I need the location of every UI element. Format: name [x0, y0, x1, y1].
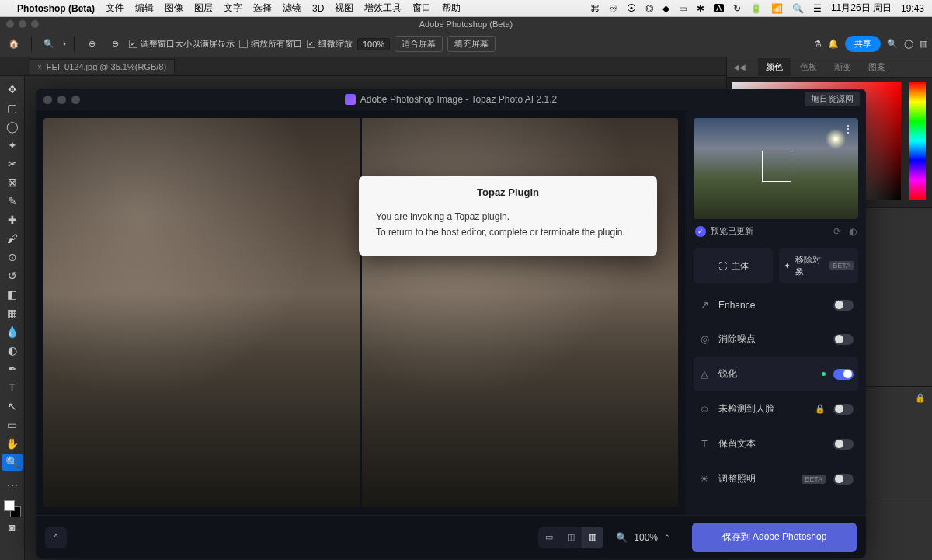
dodge-tool-icon[interactable]: ◐ [2, 342, 23, 359]
menu-edit[interactable]: 编辑 [135, 2, 154, 15]
sharpen-toggle[interactable] [833, 369, 854, 380]
status-icon-2[interactable]: ⦿ [627, 3, 636, 14]
single-view-icon[interactable]: ▭ [538, 527, 560, 548]
blur-tool-icon[interactable]: 💧 [2, 323, 23, 340]
crop-tool-icon[interactable]: ✂ [2, 155, 23, 172]
expand-button[interactable]: ^ [45, 527, 67, 548]
bluetooth-icon[interactable]: ✱ [697, 3, 704, 14]
zoom-value[interactable]: 100% [357, 38, 390, 50]
eraser-tool-icon[interactable]: ◧ [2, 286, 23, 303]
face-toggle[interactable] [833, 404, 854, 415]
menu-type[interactable]: 文字 [224, 2, 242, 15]
subject-tab[interactable]: ⛶ 主体 [694, 248, 773, 283]
zoom-tool-active-icon[interactable]: 🔍 [2, 454, 23, 471]
navigator-selection[interactable] [762, 151, 791, 182]
menu-help[interactable]: 帮助 [442, 2, 461, 15]
menu-window[interactable]: 窗口 [412, 2, 431, 15]
home-icon[interactable]: 🏠 [5, 35, 23, 54]
move-tool-icon[interactable]: ✥ [2, 81, 23, 98]
pen-tool-icon[interactable]: ✒ [2, 360, 23, 377]
zoom-all-checkbox[interactable]: 缩放所有窗口 [239, 38, 302, 50]
bell-icon[interactable]: 🔔 [828, 39, 839, 49]
type-tool-icon[interactable]: T [2, 379, 23, 396]
gradients-tab[interactable]: 渐变 [826, 58, 859, 76]
enhance-toggle[interactable] [833, 300, 854, 311]
menu-view[interactable]: 视图 [335, 2, 353, 15]
menu-select[interactable]: 选择 [253, 2, 272, 15]
collapse-icon[interactable]: ◀◀ [733, 63, 746, 71]
status-icon-3[interactable]: ⌬ [645, 3, 653, 14]
quickmask-icon[interactable]: ◙ [2, 519, 23, 536]
zoom-in-icon[interactable]: ⊕ [82, 35, 101, 54]
menu-filter[interactable]: 滤镜 [283, 2, 301, 15]
split-view-icon[interactable]: ◫ [560, 527, 582, 548]
more-tools-icon[interactable]: ⋯ [2, 477, 23, 494]
app-name[interactable]: Photoshop (Beta) [17, 3, 95, 14]
zoom-value[interactable]: 100% [634, 532, 658, 543]
flask-icon[interactable]: ⚗ [814, 39, 822, 49]
close-tab-icon[interactable]: × [37, 63, 42, 71]
fit-screen-button[interactable]: 适合屏幕 [395, 36, 443, 52]
gradient-tool-icon[interactable]: ▦ [2, 304, 23, 322]
document-tab[interactable]: × FEI_0124.jpg @ 35.1%(RGB/8) [30, 59, 175, 74]
control-center-icon[interactable]: ☰ [813, 3, 822, 14]
date[interactable]: 11月26日 周日 [831, 2, 892, 15]
rotate-status-icon[interactable]: ◐ [849, 226, 857, 237]
color-swatch[interactable] [4, 500, 21, 517]
light-toggle[interactable] [833, 474, 854, 485]
menu-image[interactable]: 图像 [165, 2, 183, 15]
shape-tool-icon[interactable]: ▭ [2, 416, 23, 433]
fill-screen-button[interactable]: 填充屏幕 [447, 36, 496, 52]
side-view-icon[interactable]: ▥ [582, 527, 603, 548]
eyedropper-tool-icon[interactable]: ✎ [2, 193, 23, 210]
frame-tool-icon[interactable]: ⊠ [2, 174, 23, 191]
search-ps-icon[interactable]: 🔍 [887, 39, 898, 49]
help-icon[interactable]: ◯ [904, 39, 913, 49]
menu-file[interactable]: 文件 [106, 2, 124, 15]
menu-plugins[interactable]: 增效工具 [364, 2, 402, 15]
topaz-navigator[interactable]: ⋮ [694, 118, 858, 219]
display-icon[interactable]: ▭ [679, 3, 687, 14]
stamp-tool-icon[interactable]: ⊙ [2, 249, 23, 266]
save-button[interactable]: 保存到 Adobe Photoshop [692, 523, 857, 552]
time[interactable]: 19:43 [901, 3, 924, 14]
battery-icon[interactable]: 🔋 [750, 3, 762, 14]
lock-icon[interactable]: 🔒 [915, 393, 926, 403]
color-tab[interactable]: 颜色 [758, 58, 791, 76]
window-traffic-lights[interactable] [6, 20, 39, 28]
hand-tool-icon[interactable]: ✋ [2, 435, 23, 452]
menu-3d[interactable]: 3D [312, 3, 324, 14]
enhance-option[interactable]: ↗ Enhance [694, 288, 858, 322]
navigator-menu-icon[interactable]: ⋮ [843, 123, 854, 135]
sync-icon[interactable]: ↻ [733, 3, 741, 14]
zoom-out-icon[interactable]: ⊖ [106, 35, 124, 54]
wand-tool-icon[interactable]: ✦ [2, 137, 23, 154]
corner-badge[interactable]: 旭日资源网 [805, 92, 860, 106]
lighting-option[interactable]: ☀ 调整照明 BETA [694, 461, 858, 496]
resize-window-checkbox[interactable]: 调整窗口大小以满屏显示 [129, 38, 235, 50]
healing-tool-icon[interactable]: ✚ [2, 211, 23, 228]
sharpen-option[interactable]: △ 锐化 [694, 357, 858, 391]
scrubby-zoom-checkbox[interactable]: 细微缩放 [307, 38, 353, 50]
path-tool-icon[interactable]: ↖ [2, 398, 23, 415]
marquee-tool-icon[interactable]: ▢ [2, 99, 23, 117]
text-option[interactable]: T 保留文本 [694, 426, 858, 461]
text-toggle[interactable] [833, 439, 854, 450]
input-icon[interactable]: A [714, 4, 724, 12]
history-brush-icon[interactable]: ↺ [2, 267, 23, 284]
denoise-option[interactable]: ◎ 消除噪点 [694, 322, 858, 357]
menu-layer[interactable]: 图层 [194, 2, 213, 15]
dropdown-icon[interactable]: ▾ [63, 40, 66, 47]
zoom-tool-icon[interactable]: 🔍 [40, 35, 58, 54]
search-icon[interactable]: 🔍 [792, 3, 804, 14]
crop-status-icon[interactable]: ⟳ [833, 226, 841, 237]
swatches-tab[interactable]: 色板 [792, 58, 825, 76]
denoise-toggle[interactable] [833, 334, 854, 345]
status-icon-4[interactable]: ◆ [662, 3, 669, 14]
workspace-icon[interactable]: ▥ [920, 39, 927, 49]
status-icon-1[interactable]: ♾ [609, 3, 617, 14]
remove-object-tab[interactable]: ✦ 移除对象 BETA [779, 248, 858, 283]
patterns-tab[interactable]: 图案 [861, 58, 893, 76]
wifi-icon[interactable]: 📶 [771, 3, 783, 14]
zoom-dropdown-icon[interactable]: ⌃ [664, 534, 670, 541]
